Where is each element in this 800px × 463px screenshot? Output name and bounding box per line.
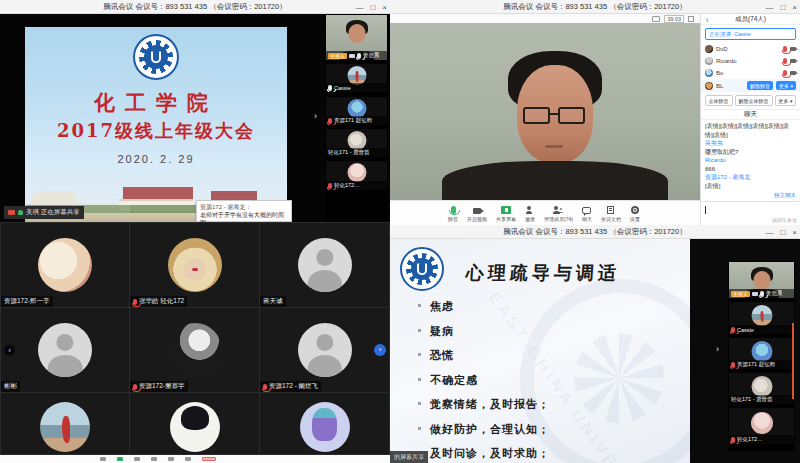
camera-icon [473, 208, 481, 214]
gallery-window-bottom-left: 资源172-郑一辛 张华皓 轻化172 蒋天诚 ‹ 彬彬 资源172-董慕宇 › [0, 222, 390, 463]
video-tile[interactable]: ‹ 彬彬 [0, 307, 130, 393]
more-button[interactable]: 更多 ▾ [775, 95, 797, 106]
share-screen-icon [501, 206, 511, 214]
window-title: 腾讯会议 会议号：893 531 435 （会议密码：201720） [503, 227, 686, 237]
screen-icon [349, 54, 355, 58]
chat-message: [表情][表情][表情][表情][表情][表情][表情] [705, 122, 796, 139]
participant-tile[interactable]: 轻化172… [325, 160, 388, 191]
host-badge: 主持人 [328, 53, 347, 59]
close-icon[interactable]: × [792, 228, 797, 237]
chat-button[interactable]: 聊天 [582, 205, 592, 222]
participant-tile-host[interactable]: 主持人 姜思晨 [325, 14, 388, 61]
close-icon[interactable]: × [792, 3, 797, 12]
member-row[interactable]: Ricardo [701, 55, 800, 67]
video-tile[interactable] [0, 392, 130, 455]
video-button[interactable]: 开启视频 [467, 205, 487, 222]
mute-button[interactable]: 静音 [448, 205, 458, 222]
collapse-icon[interactable]: ∨ [705, 16, 709, 23]
unmute-all-button[interactable]: 解除全体静音 [735, 95, 773, 106]
mute-all-button[interactable]: 全体静音 [705, 95, 733, 106]
meeting-window-top-right: 腾讯会议 会议号：893 531 435 （会议密码：201720） — □ ×… [390, 0, 800, 225]
gallery-toolbar[interactable] [0, 455, 390, 463]
avatar [751, 376, 772, 397]
unmute-member-button[interactable]: 解除静音 [747, 81, 773, 90]
participant-name: 资源171 赵弘毅 [334, 117, 372, 124]
avatar [705, 45, 713, 53]
chat-message: 666 [705, 165, 796, 174]
maximize-icon[interactable]: □ [780, 3, 785, 12]
avatar [40, 402, 90, 452]
slide-date: 2020. 2. 29 [25, 153, 287, 165]
mic-muted-icon [783, 70, 787, 76]
participant-name: 蒋天诚 [263, 297, 283, 306]
titlebar[interactable]: 腾讯会议 会议号：893 531 435 （会议密码：201720） — □ × [390, 225, 800, 239]
video-tile[interactable]: 张华皓 轻化172 [129, 222, 260, 308]
participant-name: 轻化172… [334, 182, 360, 189]
mic-icon [451, 206, 456, 214]
participant-tile[interactable]: Cassie [728, 301, 795, 335]
slide-title: 心理疏导与调适 [465, 261, 621, 285]
participant-name: Cassie [737, 327, 754, 333]
participant-tile[interactable]: Cassie [325, 63, 388, 93]
member-row-hovered[interactable]: BL 解除静音 更多 ▾ [701, 79, 800, 92]
close-icon[interactable]: × [382, 3, 387, 12]
participant-tile-host[interactable]: 主持人 姜思晨 [728, 261, 795, 299]
member-more-button[interactable]: 更多 ▾ [776, 81, 796, 90]
titlebar[interactable]: 腾讯会议 会议号：893 531 435 （会议密码：201720） — □ × [0, 0, 390, 14]
gear-icon [631, 206, 639, 214]
participant-tile[interactable]: 轻化171 - 唐音笛 [325, 128, 388, 158]
participant-tile[interactable]: 资源171 赵弘毅 [325, 96, 388, 126]
strip-scrollbar[interactable] [792, 323, 794, 399]
docs-button[interactable]: 会议文档 [601, 205, 621, 222]
participant-tile[interactable]: 资源171 赵弘毅 [728, 337, 795, 370]
settings-button[interactable]: 设置 [630, 205, 640, 222]
minimize-icon[interactable]: — [355, 3, 363, 12]
participant-tile[interactable]: 轻化172… [728, 407, 795, 445]
share-banner-text: 美琪 正在屏幕共享 [26, 208, 80, 217]
video-tile[interactable]: 蒋天诚 [259, 222, 390, 308]
chat-icon [582, 207, 591, 214]
member-row[interactable]: Bo [701, 67, 800, 79]
mic-muted-icon [328, 85, 332, 91]
screen-icon [752, 292, 758, 296]
participant-tile[interactable]: 轻化171 - 唐音笛 [728, 372, 795, 405]
slide-school-name: 化工学院 [25, 89, 287, 117]
next-page-button[interactable]: › [374, 344, 386, 356]
maximize-icon[interactable]: □ [780, 228, 785, 237]
chat-preview-tooltip[interactable]: 资源172 - 谢海龙： 老师对于开学有没有大概的时间啊… [196, 200, 292, 222]
manage-members-button[interactable]: 管理成员(74) [544, 205, 573, 222]
slide-bullets: 焦虑 疑病 恐慌 不确定感 觉察情绪，及时报告； 做好防护，合理认知； 及时问诊… [416, 299, 676, 463]
video-tile[interactable]: 资源172-郑一辛 [0, 222, 130, 308]
participant-name: 资源172 - 阚煜飞 [269, 382, 318, 391]
video-tile[interactable] [129, 392, 260, 455]
video-tile[interactable]: › 资源172 - 阚煜飞 [259, 307, 390, 393]
avatar [168, 323, 222, 377]
speaker-shoulders [442, 161, 668, 200]
fullscreen-icon[interactable] [688, 16, 694, 22]
private-chat-link[interactable]: 独立聊天 [701, 192, 800, 201]
layout-switch-icon[interactable] [652, 16, 660, 22]
prev-page-button[interactable]: ‹ [4, 345, 15, 356]
chat-sender: 资源172 - 谢海龙 [705, 173, 796, 182]
avatar-placeholder [298, 238, 352, 292]
participant-name: 轻化171 - 唐音笛 [731, 396, 773, 403]
member-row[interactable]: DvD [701, 43, 800, 55]
video-tile[interactable] [259, 392, 390, 455]
collapse-strip-chevron-icon[interactable]: › [716, 345, 719, 354]
host-badge: 主持人 [731, 291, 750, 297]
minimize-icon[interactable]: — [765, 228, 773, 237]
collapse-strip-chevron-icon[interactable]: › [314, 112, 317, 121]
participant-name: 轻化171 - 唐音笛 [328, 149, 370, 156]
maximize-icon[interactable]: □ [370, 3, 375, 12]
video-tile[interactable]: 资源172-董慕宇 [129, 307, 260, 393]
tooltip-message: 老师对于开学有没有大概的时间啊… [200, 211, 288, 222]
tooltip-sender: 资源172 - 谢海龙： [200, 203, 288, 211]
titlebar[interactable]: 腾讯会议 会议号：893 531 435 （会议密码：201720） — □ × [390, 0, 800, 14]
share-screen-button[interactable]: 共享屏幕 [496, 205, 516, 222]
invite-button[interactable]: 邀请 [525, 205, 535, 222]
members-icon [553, 206, 563, 214]
minimize-icon[interactable]: — [765, 3, 773, 12]
avatar [300, 402, 350, 452]
chat-messages[interactable]: [表情][表情][表情][表情][表情][表情][表情] 吴虫虫 哪里取乱吧? … [701, 120, 800, 192]
chat-input[interactable]: 按回车发送 [701, 201, 800, 225]
